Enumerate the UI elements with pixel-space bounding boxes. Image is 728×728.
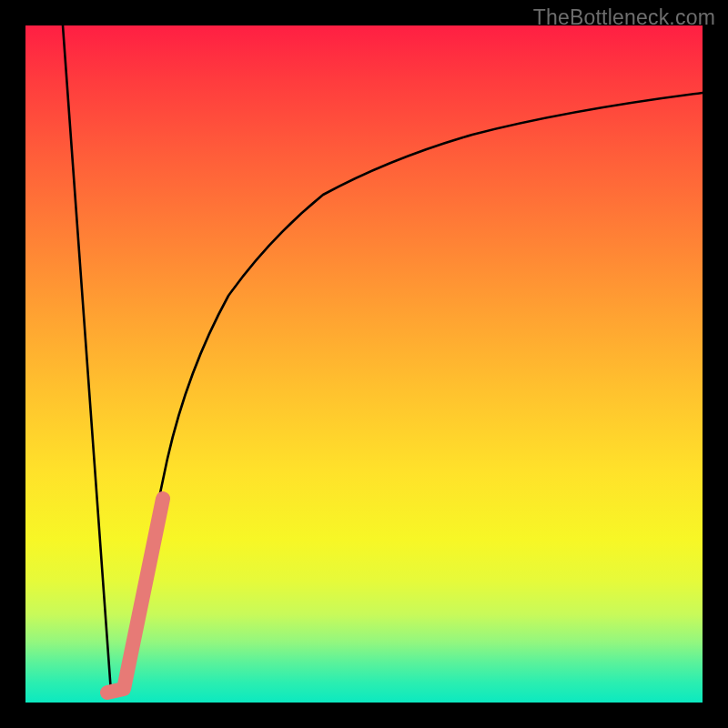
marker-pink-segment <box>107 499 163 693</box>
curve-left-leg <box>63 25 111 693</box>
chart-frame: TheBottleneck.com <box>0 0 728 728</box>
plot-area <box>25 25 703 703</box>
chart-svg <box>25 25 703 703</box>
curve-right <box>124 93 703 689</box>
